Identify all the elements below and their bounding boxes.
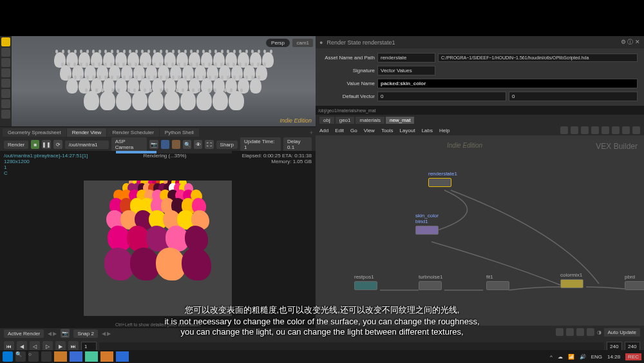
crumb-materials[interactable]: materials xyxy=(355,117,384,124)
brush-tool-icon[interactable] xyxy=(1,89,10,98)
auto-update-dropdown[interactable]: Auto Update xyxy=(604,328,640,337)
zoom-icon[interactable]: 🔍 xyxy=(183,140,191,149)
node-colormix[interactable]: colormix1 xyxy=(560,272,583,288)
eye-icon[interactable]: 👁 xyxy=(194,140,202,149)
crumb-obj[interactable]: obj xyxy=(319,117,334,124)
fullscreen-icon[interactable] xyxy=(632,126,640,134)
grid-icon[interactable] xyxy=(560,126,568,134)
menu-add[interactable]: Add xyxy=(319,128,328,133)
menu-view[interactable]: View xyxy=(364,128,375,133)
display-icon[interactable] xyxy=(566,328,574,336)
template-icon[interactable] xyxy=(576,328,584,336)
tray-cloud-icon[interactable]: ☁ xyxy=(558,354,563,360)
bypass-icon[interactable] xyxy=(587,328,594,336)
update-time-field[interactable]: Update Time: 1 xyxy=(240,137,281,152)
delay-field[interactable]: Delay 0.1 xyxy=(283,137,312,152)
pane-tabs: Geometry Spreadsheet Render View Render … xyxy=(0,126,316,138)
cortana-icon[interactable]: ○ xyxy=(28,351,39,362)
default-vector-0[interactable]: 0 xyxy=(377,92,506,101)
taskview-icon[interactable] xyxy=(41,351,52,362)
expand-icon[interactable]: ⛶ xyxy=(205,140,213,149)
houdini-app-icon[interactable] xyxy=(100,351,113,362)
keyboard-lang[interactable]: ENG xyxy=(591,354,602,360)
sharp-dropdown[interactable]: Sharp xyxy=(216,141,238,149)
menu-tools[interactable]: Tools xyxy=(381,128,393,133)
code-app-icon[interactable] xyxy=(116,351,129,362)
menu-labs[interactable]: Labs xyxy=(422,128,433,133)
render-resolution: 1280x1200 xyxy=(4,159,88,164)
menu-edit[interactable]: Edit xyxy=(335,128,344,133)
render-view: /out/mantra1:pbraytrace}-14:27:51[1] 128… xyxy=(0,151,316,328)
crumb-newmat[interactable]: new_mat xyxy=(386,117,414,124)
tab-render-view[interactable]: Render View xyxy=(67,128,107,137)
pause-icon[interactable]: ❚❚ xyxy=(42,140,51,149)
camera-field[interactable]: ASP Camera xyxy=(111,137,147,152)
overview-icon[interactable] xyxy=(622,126,630,134)
node-turbnoise[interactable]: turbnoise1 xyxy=(419,274,442,290)
search-icon[interactable]: 🔍 xyxy=(15,351,26,362)
render-output-image[interactable] xyxy=(84,181,232,316)
viewport-scene[interactable]: Persp cam1 Indie Edition xyxy=(12,36,316,126)
clock-time[interactable]: 14:28 xyxy=(607,354,620,360)
treeview-icon[interactable] xyxy=(612,126,620,134)
value-name-field[interactable]: packed:skin_color xyxy=(377,79,638,88)
snap-icon[interactable]: 📷 xyxy=(61,329,70,338)
handle-tool-icon[interactable] xyxy=(1,110,10,119)
node-renderstate[interactable]: renderstate1 xyxy=(428,171,457,187)
wiring-icon[interactable] xyxy=(571,126,578,134)
explorer-app-icon[interactable] xyxy=(54,351,67,362)
snap-field[interactable]: Snap 2 xyxy=(73,329,97,338)
network-path[interactable]: /obj/geo1/materials/new_mat xyxy=(318,108,376,113)
node-restpos[interactable]: restpos1 xyxy=(354,274,377,290)
stop-icon[interactable]: ■ xyxy=(31,140,39,149)
breadcrumb-bar: obj geo1 materials new_mat xyxy=(316,115,644,125)
tray-up-icon[interactable]: ^ xyxy=(550,354,553,360)
deps-icon[interactable] xyxy=(581,126,589,134)
tray-wifi-icon[interactable]: 📶 xyxy=(568,354,574,360)
node-bind[interactable]: skin_color bind1 xyxy=(415,213,439,235)
start-button-icon[interactable] xyxy=(3,351,13,362)
asset-path-field[interactable]: C:/PROGRA~1/SIDEEF~1/HOUDIN~1.561/houdin… xyxy=(438,54,638,62)
asset-name-field[interactable]: renderstate xyxy=(377,53,435,63)
out-path-field[interactable]: /out/mantra1 xyxy=(65,141,109,149)
edge-app-icon[interactable] xyxy=(70,351,82,362)
menu-help[interactable]: Help xyxy=(439,128,450,133)
selection-icon[interactable] xyxy=(556,328,564,336)
menu-layout[interactable]: Layout xyxy=(400,128,415,133)
signature-dropdown[interactable]: Vector Values xyxy=(377,66,435,75)
right-panel: ● Render State renderstate1 ⚙ ⓘ ✕ Asset … xyxy=(316,36,644,338)
bg-icon[interactable] xyxy=(172,140,180,149)
tab-render-scheduler[interactable]: Render Scheduler xyxy=(107,128,158,137)
right-bottom-bar: ◑ Auto Update xyxy=(316,326,644,338)
refresh-icon[interactable]: ⟳ xyxy=(53,140,62,149)
snapshot-icon[interactable]: 📷 xyxy=(149,140,158,149)
node-graph[interactable]: Indie Edition VEX Builder renderstate1 s… xyxy=(316,135,644,326)
crowd-geometry xyxy=(12,36,316,126)
ae-icon[interactable] xyxy=(161,140,169,149)
render-button[interactable]: Render xyxy=(4,141,28,149)
indie-watermark: Indie Edition xyxy=(279,117,312,124)
render-status: Rendering (...35%) xyxy=(88,153,242,159)
node-pbr[interactable]: pbrd xyxy=(625,274,644,290)
menu-go[interactable]: Go xyxy=(350,128,357,133)
move-tool-icon[interactable] xyxy=(1,48,10,57)
render-bottom-bar: Active Render ◀ ▶ 📷 Snap 2 ◀ ▶ xyxy=(0,328,316,338)
tab-python-shell[interactable]: Python Shell xyxy=(160,128,199,137)
active-render-dropdown[interactable]: Active Render xyxy=(4,329,44,338)
camera-select-button[interactable]: cam1 xyxy=(292,39,313,47)
crumb-geo[interactable]: geo1 xyxy=(336,117,355,124)
default-vector-1[interactable]: 0 xyxy=(509,92,638,101)
palette-icon[interactable] xyxy=(601,126,609,134)
browser-app-icon[interactable] xyxy=(85,351,98,362)
node-fit[interactable]: fit1 xyxy=(486,274,509,290)
rotate-tool-icon[interactable] xyxy=(1,58,10,67)
pref-icon[interactable] xyxy=(591,126,599,134)
tab-geometry-spreadsheet[interactable]: Geometry Spreadsheet xyxy=(3,128,66,137)
lasso-tool-icon[interactable] xyxy=(1,99,10,108)
tray-volume-icon[interactable]: 🔊 xyxy=(580,354,586,360)
timeline-track[interactable] xyxy=(99,342,604,350)
persp-view-button[interactable]: Persp xyxy=(266,39,290,47)
scale-tool-icon[interactable] xyxy=(1,68,10,77)
view-tool-icon[interactable] xyxy=(1,79,10,88)
select-tool-icon[interactable] xyxy=(1,37,10,46)
